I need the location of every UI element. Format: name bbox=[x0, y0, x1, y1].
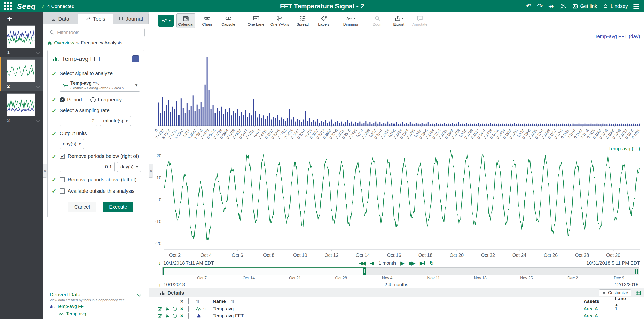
timebar-end-handle[interactable] bbox=[635, 269, 638, 274]
duration-label[interactable]: 1 month bbox=[379, 260, 396, 266]
step-back-icon[interactable]: ◀ bbox=[370, 261, 374, 266]
range-start-datetime[interactable]: 10/1/2018 7:11 AM EDT bbox=[163, 260, 214, 266]
timebar-right-handle[interactable] bbox=[363, 268, 366, 275]
radio-icon[interactable] bbox=[90, 97, 96, 102]
worksheet-thumbnail[interactable] bbox=[7, 93, 35, 116]
trend-chart[interactable]: 20100-10-20Oct 2Oct 4Oct 6Oct 8Oct 10Oct… bbox=[149, 143, 644, 259]
step-to-end-icon[interactable]: ▶ bbox=[420, 261, 425, 266]
export-button[interactable]: ▾ Export bbox=[389, 13, 408, 28]
users-icon[interactable] bbox=[559, 3, 566, 9]
info-icon[interactable] bbox=[172, 313, 180, 318]
tab-tools[interactable]: Tools bbox=[78, 14, 114, 24]
asset-link[interactable]: Area A bbox=[584, 313, 598, 318]
breadcrumb-overview-link[interactable]: Overview bbox=[54, 40, 74, 46]
chevron-down-icon[interactable] bbox=[36, 118, 40, 122]
info-icon[interactable] bbox=[172, 306, 180, 311]
asset-link[interactable]: Area A bbox=[584, 306, 598, 311]
below-unit-dropdown[interactable]: day(s)▾ bbox=[117, 162, 141, 172]
home-icon[interactable] bbox=[47, 41, 52, 45]
range-end-datetime[interactable]: 10/31/2018 5:11 PM EDT bbox=[586, 260, 640, 266]
worksheet-thumbnail[interactable] bbox=[7, 59, 35, 82]
available-outside-checkbox[interactable] bbox=[60, 188, 65, 194]
get-link-button[interactable]: Get link bbox=[572, 3, 597, 9]
derived-item-link[interactable]: Temp-avg FFT bbox=[57, 304, 86, 309]
worksheet-item-3[interactable]: 3 bbox=[0, 91, 43, 125]
app-launcher-icon[interactable] bbox=[4, 2, 12, 10]
sort-icon[interactable]: ⇅ bbox=[231, 299, 234, 304]
color-swatch[interactable] bbox=[132, 55, 139, 62]
output-unit-dropdown[interactable]: day(s)▾ bbox=[60, 139, 84, 149]
rocket-icon[interactable] bbox=[165, 313, 172, 318]
worksheet-thumbnail[interactable] bbox=[7, 25, 35, 48]
name-column-header[interactable]: Name bbox=[213, 299, 226, 304]
timezone-link[interactable]: EDT bbox=[630, 260, 640, 266]
execute-button[interactable]: Execute bbox=[103, 202, 133, 212]
customize-button[interactable]: Customize bbox=[599, 289, 631, 296]
present-view-icon[interactable]: ↠ bbox=[548, 3, 554, 10]
sort-icon[interactable]: ⇅ bbox=[196, 299, 199, 304]
edit-item-icon[interactable] bbox=[157, 313, 165, 318]
capsule-button[interactable]: Capsule bbox=[219, 13, 238, 28]
dimming-button[interactable]: ▾ Dimming bbox=[341, 13, 360, 28]
connection-status[interactable]: ✓ 4 Connected bbox=[41, 3, 75, 9]
tab-data[interactable]: Data bbox=[43, 14, 78, 24]
undo-icon[interactable]: ↶ bbox=[526, 3, 531, 10]
collapse-panel-handle[interactable]: « bbox=[149, 164, 153, 178]
hamburger-menu-icon[interactable] bbox=[633, 4, 639, 9]
spread-button[interactable]: Spread bbox=[293, 13, 312, 28]
chevron-down-icon[interactable] bbox=[36, 84, 40, 88]
labels-button[interactable]: Labels bbox=[314, 13, 333, 28]
frequency-radio[interactable]: Frequency bbox=[90, 97, 122, 103]
collapse-worksheet-strip-handle[interactable]: « bbox=[43, 164, 47, 178]
lane-column-header[interactable]: Lane ▲ bbox=[611, 296, 629, 307]
add-worksheet-button[interactable]: + bbox=[0, 12, 43, 23]
add-table-icon[interactable] bbox=[635, 290, 641, 296]
refresh-icon[interactable]: ↻ bbox=[430, 261, 434, 266]
investigate-duration[interactable]: 2.4 months bbox=[385, 282, 408, 288]
step-forward-large-icon[interactable]: ▶▶ bbox=[409, 261, 415, 266]
timebar-selected-region[interactable] bbox=[163, 267, 366, 275]
timezone-link[interactable]: EDT bbox=[204, 260, 214, 266]
row-checkbox[interactable] bbox=[188, 313, 189, 319]
sampling-unit-dropdown[interactable]: minute(s)▾ bbox=[100, 116, 131, 126]
worksheet-item-2[interactable]: 2 bbox=[0, 57, 43, 91]
remove-item-icon[interactable]: × bbox=[180, 313, 183, 319]
tab-journal[interactable]: Journal bbox=[113, 14, 149, 24]
redo-icon[interactable]: ↷ bbox=[537, 3, 543, 10]
signal-select[interactable]: Temp-avg (°F) Example » Cooling Tower 1 … bbox=[60, 79, 140, 92]
select-all-checkbox[interactable] bbox=[188, 298, 189, 304]
timebar-track[interactable] bbox=[162, 267, 639, 275]
timebar-left-handle[interactable] bbox=[163, 268, 164, 275]
investigate-end-date[interactable]: 12/12/2018 bbox=[615, 282, 638, 288]
radio-icon[interactable] bbox=[60, 97, 65, 102]
investigate-start-date[interactable]: 10/1/2018 bbox=[164, 282, 185, 288]
edit-item-icon[interactable] bbox=[157, 306, 165, 311]
one-y-axis-button[interactable]: One Y-Axis bbox=[269, 13, 291, 28]
collapse-chevron-icon[interactable] bbox=[137, 293, 141, 297]
period-radio[interactable]: Period bbox=[60, 97, 82, 103]
chevron-down-icon[interactable] bbox=[36, 50, 40, 54]
remove-below-input[interactable] bbox=[60, 162, 115, 172]
derived-item-signal[interactable]: Temp-avg bbox=[50, 311, 143, 317]
remove-item-icon[interactable]: × bbox=[180, 306, 183, 312]
calendar-button[interactable]: Calendar bbox=[176, 13, 195, 28]
assets-column-header[interactable]: Assets bbox=[584, 299, 611, 304]
derived-item-link[interactable]: Temp-avg bbox=[66, 311, 86, 317]
remove-above-checkbox[interactable] bbox=[60, 177, 65, 182]
one-lane-button[interactable]: One Lane bbox=[246, 13, 266, 28]
filter-tools-input[interactable] bbox=[47, 28, 145, 37]
arrow-up-icon[interactable]: ↑ bbox=[158, 282, 161, 287]
fft-chart[interactable]: 07.58323.79262.52841.89631.5171.26421.08… bbox=[149, 29, 644, 143]
step-back-large-icon[interactable]: ◀◀ bbox=[359, 261, 366, 266]
display-type-dropdown[interactable]: ▾ bbox=[158, 15, 174, 27]
rocket-icon[interactable] bbox=[165, 306, 172, 311]
sampling-rate-input[interactable] bbox=[60, 116, 97, 126]
step-forward-icon[interactable]: ▶ bbox=[400, 261, 404, 266]
remove-all-icon[interactable]: × bbox=[180, 299, 183, 304]
cancel-button[interactable]: Cancel bbox=[68, 202, 96, 212]
arrow-down-icon[interactable]: ↓ bbox=[158, 261, 161, 266]
worksheet-item-1[interactable]: 1 bbox=[0, 23, 43, 57]
derived-item-fft[interactable]: Temp-avg FFT bbox=[50, 304, 143, 309]
remove-below-checkbox[interactable] bbox=[60, 154, 65, 159]
row-checkbox[interactable] bbox=[188, 306, 189, 312]
